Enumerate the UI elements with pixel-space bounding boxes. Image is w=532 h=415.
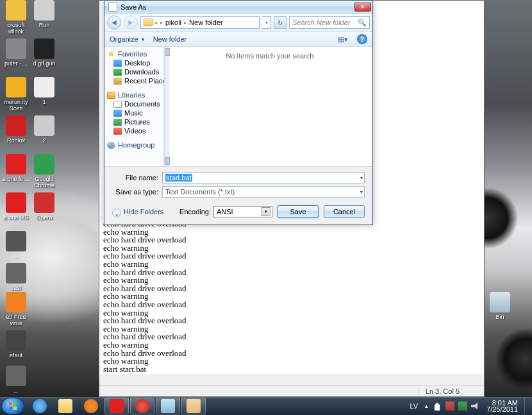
recycle-bin[interactable]: Bin [484, 292, 516, 320]
taskbar: LV ▲ 8:01 AM 7/25/2011 [0, 397, 532, 415]
view-options-button[interactable]: ▤▾ [338, 34, 348, 44]
desktop-shortcut[interactable]: vast [0, 263, 32, 291]
language-indicator[interactable]: LV [408, 402, 420, 410]
desktop-shortcut[interactable]: meron ity Scen [0, 77, 32, 112]
tray-app-icon[interactable] [458, 402, 467, 411]
taskbar-vodafone[interactable] [104, 398, 129, 414]
nav-favorites[interactable]: Favorites [104, 49, 163, 58]
chevron-down-icon[interactable]: ▾ [262, 207, 270, 216]
start-button[interactable] [1, 398, 24, 414]
notepad-hscrollbar[interactable] [99, 375, 484, 385]
desktop-shortcut[interactable]: Run [28, 0, 60, 28]
refresh-button[interactable]: ↻ [274, 16, 287, 29]
notepad-cursor-pos: Ln 3, Col 5 [419, 387, 479, 395]
desktop-shortcut[interactable]: crosoft utlook [0, 0, 32, 35]
desktop-shortcut[interactable]: Google Chrome [28, 154, 60, 189]
breadcrumb-sep-icon: ▸ [184, 20, 187, 26]
search-icon[interactable]: 🔍 [358, 19, 367, 27]
show-desktop-button[interactable] [524, 398, 529, 414]
pictures-icon [113, 119, 122, 126]
help-button[interactable]: ? [357, 34, 367, 44]
desktop-shortcut[interactable]: d.gif.gun [28, 38, 60, 67]
tray-action-center-icon[interactable] [433, 402, 442, 411]
desktop-shortcut[interactable]: et! Free virus [0, 292, 32, 326]
search-input[interactable]: Search New folder 🔍 [289, 16, 370, 29]
address-bar[interactable]: ▸ ▸ pikoli ▸ New folder [140, 16, 260, 29]
nav-homegroup[interactable]: Homegroup [104, 140, 163, 149]
desktop-shortcut[interactable]: Opera [28, 192, 60, 221]
documents-icon [113, 101, 122, 108]
nav-scrollbar[interactable] [164, 47, 169, 166]
close-button[interactable]: ✕ [354, 3, 371, 12]
new-folder-button[interactable]: New folder [153, 35, 187, 43]
opera-icon [135, 399, 149, 413]
dialog-titlebar[interactable]: Save As ✕ [104, 1, 372, 13]
desktop-shortcut[interactable]: a one le ... [0, 154, 32, 182]
nav-downloads[interactable]: Downloads [104, 67, 163, 76]
nav-libraries[interactable]: Libraries [104, 90, 163, 99]
address-dropdown[interactable]: ▾ [262, 16, 271, 29]
shortcut-label: ... [0, 253, 32, 259]
forward-button[interactable]: ► [124, 15, 138, 30]
shortcut-label: 2 [28, 137, 60, 144]
desktop-shortcut[interactable]: 1 [28, 77, 60, 105]
shortcut-icon [34, 77, 54, 97]
taskbar-clock[interactable]: 8:01 AM 7/25/2011 [484, 400, 520, 412]
taskbar-media-player[interactable] [79, 398, 103, 414]
dialog-navbar: ◄ ► ▸ ▸ pikoli ▸ New folder ▾ ↻ Search N… [104, 13, 372, 31]
file-list-area[interactable]: No items match your search. [169, 47, 372, 166]
chevron-down-icon[interactable]: ▾ [360, 189, 363, 195]
shortcut-icon [6, 192, 26, 213]
nav-pictures[interactable]: Pictures [104, 117, 163, 126]
nav-documents[interactable]: Documents [104, 99, 163, 108]
music-icon [113, 110, 122, 117]
folder-icon [144, 19, 153, 26]
nav-recent-places[interactable]: Recent Places [104, 76, 163, 85]
taskbar-explorer[interactable] [53, 398, 78, 414]
filename-input[interactable]: start.bat▾ [162, 172, 365, 183]
shortcut-label: Opera [28, 214, 60, 221]
tray-volume-icon[interactable] [471, 402, 480, 411]
shortcut-label: puter - ... [0, 60, 32, 67]
desktop-shortcut[interactable]: 2 [28, 115, 60, 144]
encoding-select[interactable]: ANSI▾ [213, 206, 272, 217]
search-placeholder: Search New folder [292, 19, 351, 26]
empty-message: No items match your search. [174, 52, 367, 60]
shortcut-icon [6, 263, 26, 284]
notepad-text-area[interactable]: echo hard drive overload echo warning ec… [99, 219, 484, 375]
shortcut-icon [34, 115, 54, 136]
media-player-icon [84, 399, 98, 413]
chevron-down-icon[interactable]: ▾ [360, 175, 363, 181]
desktop-icon [113, 60, 122, 67]
save-button[interactable]: Save [278, 205, 319, 218]
shortcut-label: et! Free virus [0, 314, 32, 326]
desktop-shortcut[interactable]: efaut [0, 330, 32, 359]
desktop-shortcut[interactable]: a one MS [0, 192, 32, 221]
nav-desktop[interactable]: Desktop [104, 58, 163, 67]
breadcrumb-item[interactable]: New folder [189, 19, 223, 26]
dialog-footer: Hide Folders Encoding: ANSI▾ Save Cancel [104, 201, 372, 224]
cancel-button[interactable]: Cancel [324, 205, 365, 218]
nav-music[interactable]: Music [104, 108, 163, 117]
navigation-pane: Favorites Desktop Downloads Recent Place… [104, 47, 164, 166]
taskbar-ie[interactable] [28, 398, 52, 414]
desktop-shortcut[interactable]: ... [0, 231, 32, 259]
desktop-shortcut[interactable]: Roblox [0, 115, 32, 144]
hide-folders-button[interactable]: Hide Folders [112, 207, 163, 216]
shortcut-icon [6, 330, 26, 351]
tray-chevron-icon[interactable]: ▲ [424, 403, 429, 409]
nav-videos[interactable]: Videos [104, 126, 163, 135]
organize-button[interactable]: Organize [110, 35, 144, 43]
shortcut-label: d.gif.gun [28, 60, 60, 67]
dialog-icon [108, 3, 117, 12]
desktop-shortcut[interactable]: puter - ... [0, 38, 32, 67]
shortcut-label: 1 [28, 99, 60, 105]
breadcrumb-item[interactable]: pikoli [165, 19, 181, 26]
taskbar-notepad[interactable] [156, 398, 180, 414]
back-button[interactable]: ◄ [107, 15, 121, 30]
taskbar-paint[interactable] [181, 398, 206, 414]
tray-network-icon[interactable] [445, 402, 454, 411]
desktop-shortcut[interactable]: ... [0, 366, 32, 394]
taskbar-opera[interactable] [130, 398, 154, 414]
savetype-select[interactable]: Text Documents (*.txt)▾ [162, 186, 365, 198]
